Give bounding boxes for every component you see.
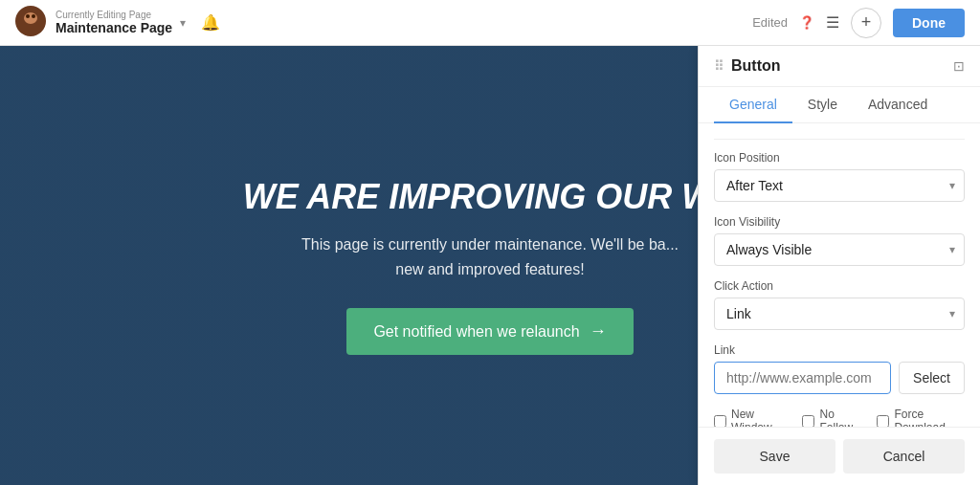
cancel-button[interactable]: Cancel [843,439,965,474]
force-download-input[interactable] [877,415,889,428]
checkbox-row: New Window No Follow Force Download [714,408,965,427]
select-button[interactable]: Select [899,362,965,394]
panel-title-text: Button [731,57,781,75]
icon-position-field: Icon Position Before Text After Text ▾ [714,151,965,202]
arrow-icon: → [590,321,607,342]
icon-position-label: Icon Position [714,151,965,165]
icon-visibility-label: Icon Visibility [714,215,965,229]
panel-body: Icon Position Before Text After Text ▾ I… [699,123,980,427]
topbar: Currently Editing Page Maintenance Page … [0,0,980,46]
tab-general[interactable]: General [714,87,792,123]
force-download-checkbox[interactable]: Force Download [877,408,965,427]
icon-visibility-select[interactable]: Always Visible Hover Only Never [714,233,965,266]
page-content: We Are Improving Our We This page is cur… [224,157,757,374]
divider [714,139,965,140]
add-button[interactable]: + [851,8,881,38]
icon-visibility-field: Icon Visibility Always Visible Hover Onl… [714,215,965,266]
new-window-label: New Window [731,408,787,427]
bell-icon[interactable]: 🔔 [201,13,220,32]
icon-position-select[interactable]: Before Text After Text [714,169,965,202]
click-action-field: Click Action Link Popup Scroll ▾ [714,279,965,330]
svg-point-2 [26,14,30,18]
topbar-title: Maintenance Page [56,20,172,35]
svg-point-4 [28,19,33,23]
notify-button-label: Get notified when we relaunch [373,323,579,341]
link-input-row: Select [714,362,965,394]
icon-position-select-wrap: Before Text After Text ▾ [714,169,965,202]
page-heading: We Are Improving Our We [243,176,738,217]
done-button[interactable]: Done [893,9,965,37]
panel-tabs: General Style Advanced [699,87,980,123]
tab-style[interactable]: Style [792,87,853,123]
icon-visibility-select-wrap: Always Visible Hover Only Never ▾ [714,233,965,266]
link-field: Link Select [714,343,965,394]
button-panel: ⠿ Button ⊡ General Style Advanced Icon P… [698,46,980,485]
logo [15,6,56,40]
no-follow-checkbox[interactable]: No Follow [802,408,861,427]
panel-title: ⠿ Button [714,57,781,75]
link-input[interactable] [714,362,891,394]
new-window-checkbox[interactable]: New Window [714,408,787,427]
topbar-subtitle: Currently Editing Page [56,10,172,20]
panel-footer: Save Cancel [699,427,980,485]
tab-advanced[interactable]: Advanced [853,87,943,123]
new-window-input[interactable] [714,415,726,428]
force-download-label: Force Download [894,408,965,427]
link-label: Link [714,343,965,357]
save-button[interactable]: Save [714,439,835,474]
minimize-icon[interactable]: ⊡ [953,58,965,74]
no-follow-label: No Follow [819,408,861,427]
panel-header: ⠿ Button ⊡ [699,46,980,87]
svg-point-3 [32,14,35,18]
page-subtext: This page is currently under maintenance… [243,232,738,281]
drag-handle-icon[interactable]: ⠿ [714,58,724,74]
click-action-select[interactable]: Link Popup Scroll [714,298,965,330]
list-icon[interactable]: ☰ [826,13,839,32]
main-area: We Are Improving Our We This page is cur… [0,46,980,485]
chevron-down-icon[interactable]: ▾ [180,16,186,30]
topbar-right: Edited ❓ ☰ + Done [752,8,965,38]
click-action-label: Click Action [714,279,965,293]
topbar-info: Currently Editing Page Maintenance Page [56,10,172,35]
click-action-select-wrap: Link Popup Scroll ▾ [714,298,965,330]
edited-status: Edited [752,15,788,30]
no-follow-input[interactable] [802,415,814,428]
help-icon[interactable]: ❓ [799,15,814,30]
notify-button[interactable]: Get notified when we relaunch → [346,308,633,355]
